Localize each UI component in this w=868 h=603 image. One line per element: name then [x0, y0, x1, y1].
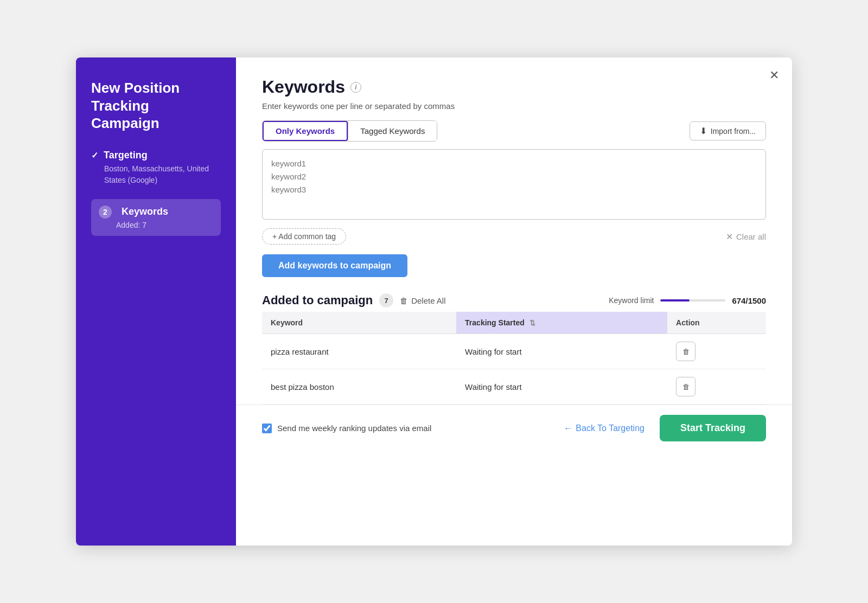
- limit-numbers: 674/1500: [732, 296, 766, 305]
- col-action: Action: [667, 312, 766, 334]
- sidebar-step-targeting: ✓ Targeting Boston, Massachusetts, Unite…: [91, 150, 221, 186]
- sidebar-title: New Position Tracking Campaign: [91, 79, 221, 132]
- sort-icon[interactable]: ⇅: [529, 319, 535, 327]
- keyword-limit-info: Keyword limit 674/1500: [609, 296, 766, 305]
- main-content: ✕ Keywords i Enter keywords one per line…: [236, 57, 792, 546]
- targeting-sub: Boston, Massachusetts, United States (Go…: [104, 163, 221, 186]
- import-icon: ⬇: [700, 126, 707, 136]
- tag-row: + Add common tag ✕ Clear all: [262, 228, 766, 245]
- clear-all-label: Clear all: [736, 232, 766, 241]
- section-title-row: Keywords i: [262, 77, 766, 97]
- table-row: best pizza boston Waiting for start 🗑: [262, 369, 766, 405]
- keywords-sub: Added: 7: [116, 221, 213, 229]
- keyword-textarea[interactable]: [262, 149, 766, 220]
- email-checkbox[interactable]: [262, 424, 272, 433]
- keyword-cell: pizza restaurant: [262, 334, 456, 369]
- limit-bar-wrapper: [660, 299, 725, 302]
- add-common-tag-button[interactable]: + Add common tag: [262, 228, 346, 245]
- email-checkbox-row: Send me weekly ranking updates via email: [262, 424, 431, 433]
- add-tag-label: + Add common tag: [272, 232, 336, 241]
- delete-all-label: Delete All: [411, 296, 445, 305]
- start-tracking-button[interactable]: Start Tracking: [660, 415, 766, 441]
- footer-bar: Send me weekly ranking updates via email…: [236, 405, 792, 451]
- close-button[interactable]: ✕: [769, 68, 779, 82]
- keyword-table: Keyword Tracking Started ⇅ Action pizza …: [262, 312, 766, 405]
- action-cell: 🗑: [667, 369, 766, 405]
- action-cell: 🗑: [667, 334, 766, 369]
- step-number: 2: [99, 206, 112, 219]
- tab-only-keywords[interactable]: Only Keywords: [263, 121, 348, 141]
- trash-icon: 🗑: [400, 296, 408, 305]
- col-tracking: Tracking Started ⇅: [456, 312, 667, 334]
- clear-all-button[interactable]: ✕ Clear all: [726, 232, 766, 242]
- keyword-cell: best pizza boston: [262, 369, 456, 405]
- add-keywords-label: Add keywords to campaign: [278, 261, 391, 270]
- count-badge: 7: [379, 293, 393, 307]
- col-keyword: Keyword: [262, 312, 456, 334]
- sidebar: New Position Tracking Campaign ✓ Targeti…: [76, 57, 236, 546]
- row-delete-button[interactable]: 🗑: [676, 342, 695, 361]
- x-icon: ✕: [726, 232, 733, 242]
- add-keywords-button[interactable]: Add keywords to campaign: [262, 254, 407, 277]
- back-arrow-icon: ←: [564, 424, 572, 433]
- subtitle: Enter keywords one per line or separated…: [262, 101, 766, 111]
- keyword-tabs: Only Keywords Tagged Keywords: [262, 120, 437, 142]
- added-title: Added to campaign: [262, 293, 373, 307]
- keyword-limit-label: Keyword limit: [609, 296, 654, 305]
- table-row: pizza restaurant Waiting for start 🗑: [262, 334, 766, 369]
- targeting-label: Targeting: [104, 150, 148, 161]
- back-label: Back To Targeting: [576, 424, 644, 433]
- status-cell: Waiting for start: [456, 334, 667, 369]
- tabs-row: Only Keywords Tagged Keywords ⬇ Import f…: [262, 120, 766, 142]
- start-tracking-label: Start Tracking: [680, 422, 745, 433]
- page-title: Keywords: [262, 77, 345, 97]
- import-button[interactable]: ⬇ Import from...: [690, 121, 766, 140]
- back-button[interactable]: ← Back To Targeting: [564, 424, 644, 433]
- sidebar-step-keywords: 2 Keywords Added: 7: [91, 199, 221, 236]
- email-label: Send me weekly ranking updates via email: [277, 424, 431, 433]
- footer-actions: ← Back To Targeting Start Tracking: [564, 415, 766, 441]
- delete-all-button[interactable]: 🗑 Delete All: [400, 296, 445, 305]
- import-label: Import from...: [711, 127, 756, 136]
- tab-tagged-keywords[interactable]: Tagged Keywords: [348, 121, 437, 141]
- limit-bar-fill: [660, 299, 690, 302]
- info-icon[interactable]: i: [350, 82, 361, 93]
- check-icon: ✓: [91, 150, 98, 161]
- status-cell: Waiting for start: [456, 369, 667, 405]
- keywords-label: Keywords: [122, 206, 168, 217]
- row-delete-button[interactable]: 🗑: [676, 377, 695, 396]
- added-section-header: Added to campaign 7 🗑 Delete All Keyword…: [262, 293, 766, 307]
